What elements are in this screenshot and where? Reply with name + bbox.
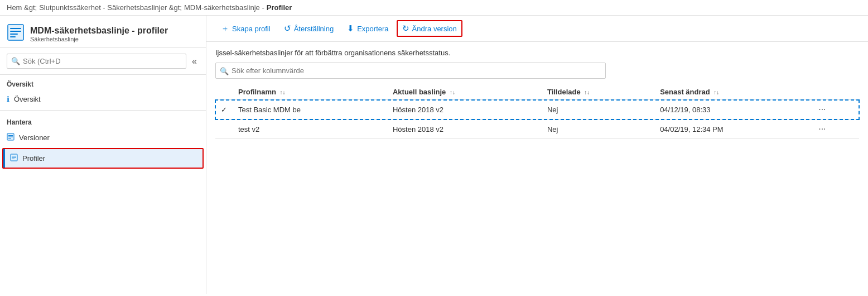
row2-actions[interactable]: ··· bbox=[811, 120, 859, 139]
breadcrumb-item-home[interactable]: Hem &gt; bbox=[7, 3, 37, 12]
sidebar-search-input[interactable] bbox=[7, 54, 186, 69]
row1-tilldelade: Nej bbox=[542, 100, 654, 120]
change-version-button[interactable]: ↻ Ändra version bbox=[397, 20, 462, 37]
checkmark-icon: ✓ bbox=[221, 106, 227, 114]
row1-actions[interactable]: ··· bbox=[811, 100, 859, 120]
sidebar-header: MDM-säkerhetsbaslinje - profiler Säkerhe… bbox=[0, 16, 206, 48]
row2-baslinje: Hösten 2018 v2 bbox=[387, 120, 542, 139]
svg-rect-10 bbox=[12, 156, 16, 156]
sort-profilnamn-icon[interactable]: ↑↓ bbox=[280, 89, 286, 96]
row2-checkbox[interactable] bbox=[215, 120, 233, 139]
breadcrumb-item-security[interactable]: Slutpunktssäkerhet - Säkerhetsbaslinjer … bbox=[39, 3, 182, 12]
content-body: Ijssel-säkerhetsbaslinjer för att förbät… bbox=[206, 42, 868, 294]
svg-rect-8 bbox=[8, 138, 11, 139]
create-profile-label: Skapa profil bbox=[232, 25, 271, 33]
description-text: Ijssel-säkerhetsbaslinjer för att förbät… bbox=[215, 49, 859, 57]
reset-label: Återställning bbox=[294, 25, 334, 33]
svg-rect-11 bbox=[12, 157, 16, 158]
row2-more-button[interactable]: ··· bbox=[816, 124, 828, 134]
svg-rect-6 bbox=[8, 135, 13, 136]
breadcrumb-item-active: Profiler bbox=[267, 3, 292, 12]
export-button[interactable]: ⬇ Exportera bbox=[341, 21, 394, 36]
col-header-profilnamn[interactable]: Profilnamn ↑↓ bbox=[233, 84, 387, 100]
page-title: MDM-säkerhetsbaslinje - profiler bbox=[30, 26, 168, 36]
info-icon: ℹ bbox=[7, 95, 9, 103]
change-version-label: Ändra version bbox=[412, 25, 457, 33]
page-icon bbox=[7, 23, 25, 44]
row2-profilnamn: test v2 bbox=[233, 120, 387, 139]
svg-rect-3 bbox=[10, 34, 18, 35]
reset-icon: ↺ bbox=[284, 23, 291, 34]
sort-modified-icon[interactable]: ↑↓ bbox=[713, 89, 719, 96]
row1-baslinje: Hösten 2018 v2 bbox=[387, 100, 542, 120]
col-header-baslinje[interactable]: Aktuell baslinje ↑↓ bbox=[387, 84, 542, 100]
page-subtitle: Säkerhetsbaslinje bbox=[30, 36, 168, 42]
search-icon: 🔍 bbox=[11, 57, 20, 65]
export-label: Exportera bbox=[357, 25, 388, 33]
col-header-modified[interactable]: Senast ändrad ↑↓ bbox=[654, 84, 811, 100]
sidebar-item-profiler[interactable]: Profiler bbox=[3, 149, 202, 168]
sidebar-item-overview[interactable]: ℹ Översikt bbox=[0, 90, 206, 108]
versioner-icon bbox=[7, 133, 15, 142]
breadcrumb-item-mdm[interactable]: MDM-säkerhetsbaslinje - bbox=[184, 3, 264, 12]
svg-rect-1 bbox=[10, 28, 21, 29]
row1-more-button[interactable]: ··· bbox=[816, 104, 828, 114]
sidebar-divider bbox=[0, 110, 206, 111]
row1-profilnamn: Test Basic MDM be bbox=[233, 100, 387, 120]
row2-tilldelade: Nej bbox=[542, 120, 654, 139]
change-version-icon: ↻ bbox=[402, 23, 409, 34]
data-table: Profilnamn ↑↓ Aktuell baslinje ↑↓ Tillde… bbox=[215, 84, 859, 139]
main-layout: MDM-säkerhetsbaslinje - profiler Säkerhe… bbox=[0, 16, 868, 294]
col-header-actions bbox=[811, 84, 859, 100]
row1-modified: 04/12/19, 08:33 bbox=[654, 100, 811, 120]
sidebar-item-versioner[interactable]: Versioner bbox=[0, 128, 206, 147]
breadcrumb: Hem &gt; Slutpunktssäkerhet - Säkerhetsb… bbox=[0, 0, 868, 16]
svg-rect-12 bbox=[12, 159, 15, 159]
svg-rect-7 bbox=[8, 137, 13, 137]
plus-icon: ＋ bbox=[221, 23, 229, 34]
row1-checkbox[interactable]: ✓ bbox=[215, 100, 233, 120]
sidebar-search-container: 🔍 « bbox=[0, 48, 206, 75]
sidebar-item-overview-label: Översikt bbox=[14, 95, 41, 103]
header-text: MDM-säkerhetsbaslinje - profiler Säkerhe… bbox=[30, 26, 168, 42]
col-header-checkbox bbox=[215, 84, 233, 100]
sort-baslinje-icon[interactable]: ↑↓ bbox=[450, 89, 455, 96]
row2-modified: 04/02/19, 12:34 PM bbox=[654, 120, 811, 139]
manage-section-label: Hantera bbox=[0, 113, 206, 128]
col-header-tilldelade[interactable]: Tilldelade ↑↓ bbox=[542, 84, 654, 100]
svg-rect-4 bbox=[10, 36, 16, 37]
sidebar: MDM-säkerhetsbaslinje - profiler Säkerhe… bbox=[0, 16, 206, 294]
table-header-row: Profilnamn ↑↓ Aktuell baslinje ↑↓ Tillde… bbox=[215, 84, 859, 100]
table-search-container: 🔍 bbox=[215, 63, 859, 79]
svg-rect-2 bbox=[10, 31, 21, 32]
table-search-input[interactable] bbox=[215, 63, 606, 79]
table-row[interactable]: ✓ Test Basic MDM be Hösten 2018 v2 Nej 0… bbox=[215, 100, 859, 120]
reset-button[interactable]: ↺ Återställning bbox=[278, 21, 340, 36]
collapse-button[interactable]: « bbox=[190, 56, 199, 66]
sidebar-item-profiler-highlight: Profiler bbox=[2, 148, 204, 169]
overview-section-label: Översikt bbox=[0, 75, 206, 90]
content-area: ＋ Skapa profil ↺ Återställning ⬇ Exporte… bbox=[206, 16, 868, 294]
create-profile-button[interactable]: ＋ Skapa profil bbox=[215, 21, 276, 37]
toolbar: ＋ Skapa profil ↺ Återställning ⬇ Exporte… bbox=[206, 16, 868, 42]
download-icon: ⬇ bbox=[347, 23, 354, 34]
profiler-label: Profiler bbox=[22, 154, 45, 163]
versioner-label: Versioner bbox=[19, 133, 50, 142]
table-search-icon: 🔍 bbox=[220, 66, 229, 75]
profiler-icon bbox=[10, 154, 18, 163]
svg-rect-0 bbox=[8, 25, 23, 40]
table-row[interactable]: test v2 Hösten 2018 v2 Nej 04/02/19, 12:… bbox=[215, 120, 859, 139]
sort-tilldelade-icon[interactable]: ↑↓ bbox=[584, 89, 590, 96]
